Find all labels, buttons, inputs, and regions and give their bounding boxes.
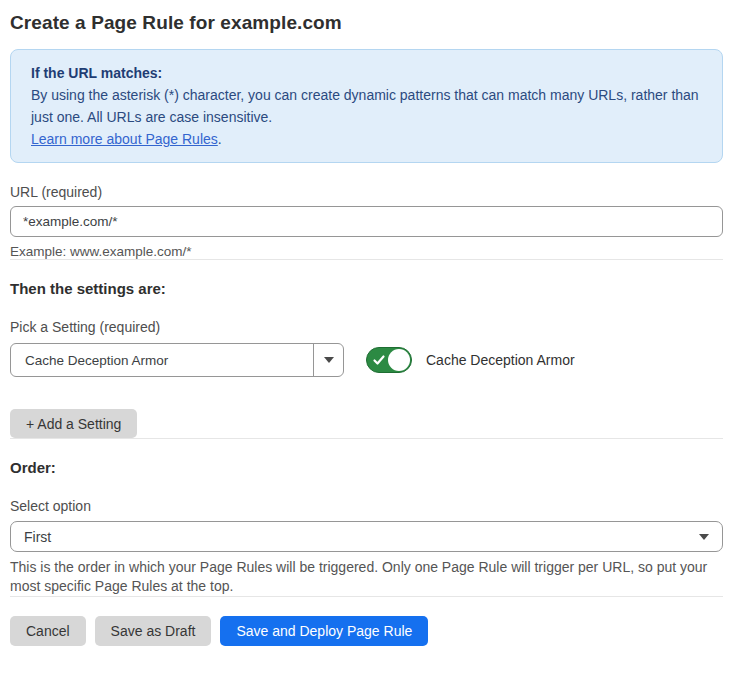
check-icon [372, 353, 386, 367]
save-and-deploy-button[interactable]: Save and Deploy Page Rule [220, 616, 428, 646]
setting-toggle[interactable] [366, 347, 412, 373]
setting-select[interactable]: Cache Deception Armor [10, 343, 344, 377]
settings-section-heading: Then the settings are: [10, 280, 723, 297]
url-match-info-box: If the URL matches: By using the asteris… [10, 49, 723, 163]
setting-select-arrow-button[interactable] [313, 344, 343, 376]
setting-select-value: Cache Deception Armor [11, 344, 313, 376]
create-page-rule-panel: Create a Page Rule for example.com If th… [10, 0, 723, 646]
save-as-draft-button[interactable]: Save as Draft [95, 616, 212, 646]
order-select[interactable]: First [10, 521, 723, 552]
info-box-body: By using the asterisk (*) character, you… [31, 84, 702, 128]
chevron-down-icon [324, 357, 334, 363]
link-suffix: . [218, 131, 222, 147]
url-field-section: URL (required) Example: www.example.com/… [10, 184, 723, 259]
divider [10, 596, 723, 597]
url-input[interactable] [10, 206, 723, 237]
learn-more-link[interactable]: Learn more about Page Rules [31, 131, 218, 147]
url-field-label: URL (required) [10, 184, 723, 200]
order-select-label: Select option [10, 498, 723, 514]
order-select-value: First [24, 529, 51, 545]
setting-row: Cache Deception Armor Cache Deception Ar… [10, 343, 723, 377]
order-section: Order: Select option First This is the o… [10, 459, 723, 596]
chevron-down-icon [699, 534, 709, 540]
order-helper-text: This is the order in which your Page Rul… [10, 558, 723, 596]
order-section-heading: Order: [10, 459, 723, 476]
add-setting-button[interactable]: + Add a Setting [10, 409, 137, 438]
divider [10, 438, 723, 439]
pick-setting-label: Pick a Setting (required) [10, 319, 723, 335]
settings-section: Then the settings are: Pick a Setting (r… [10, 280, 723, 438]
toggle-knob [388, 349, 410, 371]
divider [10, 259, 723, 260]
url-example-helper: Example: www.example.com/* [10, 244, 723, 259]
setting-toggle-label: Cache Deception Armor [426, 352, 575, 368]
cancel-button[interactable]: Cancel [10, 616, 86, 646]
footer-actions: Cancel Save as Draft Save and Deploy Pag… [10, 616, 723, 646]
page-title: Create a Page Rule for example.com [10, 12, 723, 34]
info-box-link-line: Learn more about Page Rules. [31, 128, 702, 150]
info-box-heading: If the URL matches: [31, 62, 702, 84]
